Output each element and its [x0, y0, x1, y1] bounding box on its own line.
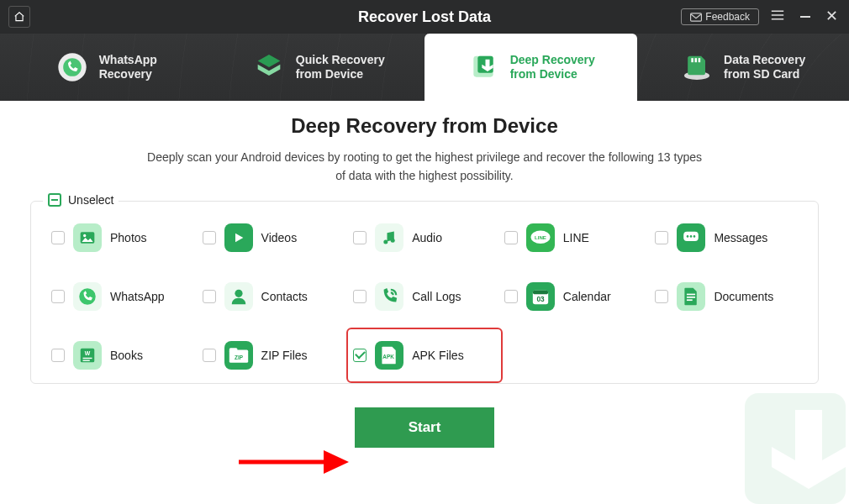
svg-rect-26: [687, 299, 693, 301]
tab-line2: from Device: [296, 67, 385, 82]
item-line[interactable]: LINE LINE: [503, 220, 649, 255]
contacts-icon: [229, 287, 248, 306]
checkbox-messages[interactable]: [655, 231, 668, 244]
tab-line1: Deep Recovery: [510, 53, 595, 68]
svg-text:LINE: LINE: [535, 234, 546, 239]
item-messages[interactable]: Messages: [653, 220, 799, 255]
item-zip-files[interactable]: ZIP ZIP Files: [201, 338, 347, 373]
checkbox-zip-files[interactable]: [203, 349, 216, 362]
svg-text:ZIP: ZIP: [235, 354, 244, 360]
svg-text:APK: APK: [383, 354, 395, 360]
minimize-icon: [799, 9, 811, 21]
panel-legend: Unselect: [43, 193, 119, 207]
menu-button[interactable]: [767, 9, 788, 24]
checkbox-books[interactable]: [51, 349, 65, 362]
checkbox-videos[interactable]: [203, 231, 216, 244]
svg-rect-7: [695, 58, 698, 62]
tab-deep-recovery[interactable]: Deep Recovery from Device: [424, 34, 637, 101]
photos-icon: [79, 229, 96, 246]
checkbox-contacts[interactable]: [203, 290, 216, 303]
checkbox-audio[interactable]: [353, 231, 366, 244]
item-call-logs[interactable]: Call Logs: [351, 279, 498, 314]
checkbox-photos[interactable]: [51, 231, 65, 244]
item-videos[interactable]: Videos: [201, 220, 347, 255]
item-label: Videos: [261, 231, 298, 244]
svg-point-2: [63, 58, 82, 76]
tab-strip: WhatsApp Recovery Quick Recovery from De…: [0, 34, 849, 101]
documents-icon: [683, 287, 699, 306]
data-types-panel: Unselect Photos Videos: [30, 201, 819, 384]
deep-recovery-tab-icon: [467, 48, 500, 87]
svg-rect-25: [687, 297, 695, 298]
item-label: Call Logs: [412, 290, 461, 303]
svg-point-10: [83, 234, 86, 237]
svg-text:03: 03: [536, 295, 545, 302]
home-button[interactable]: [8, 6, 30, 28]
svg-text:W: W: [85, 350, 91, 356]
item-label: Calendar: [563, 290, 611, 303]
tab-line1: Quick Recovery: [296, 53, 385, 68]
item-label: Audio: [412, 231, 442, 244]
close-button[interactable]: [823, 9, 841, 24]
tab-line2: Recovery: [99, 67, 157, 82]
page-heading: Deep Recovery from Device: [30, 114, 819, 138]
item-photos[interactable]: Photos: [50, 220, 196, 255]
svg-rect-6: [691, 58, 693, 62]
sd-card-tab-icon: [680, 48, 714, 87]
svg-point-19: [79, 288, 96, 305]
checkbox-calendar[interactable]: [504, 290, 518, 303]
tab-line2: from Device: [510, 67, 595, 82]
tab-sd-card-recovery[interactable]: Data Recovery from SD Card: [637, 34, 850, 101]
checkbox-documents[interactable]: [655, 290, 668, 303]
checkbox-call-logs[interactable]: [353, 290, 366, 303]
videos-icon: [232, 231, 245, 244]
item-label: WhatsApp: [110, 290, 165, 303]
item-label: Contacts: [261, 290, 308, 303]
item-label: APK Files: [412, 349, 463, 362]
item-whatsapp[interactable]: WhatsApp: [50, 279, 196, 314]
svg-point-16: [687, 235, 689, 238]
mail-icon: [690, 13, 702, 22]
item-books[interactable]: W Books: [50, 338, 196, 373]
svg-point-12: [391, 239, 395, 243]
zip-icon: ZIP: [229, 347, 249, 364]
svg-point-18: [693, 235, 696, 238]
svg-rect-30: [83, 360, 90, 360]
item-documents[interactable]: Documents: [653, 279, 799, 314]
start-button[interactable]: Start: [355, 407, 495, 448]
unselect-all-checkbox[interactable]: [48, 193, 61, 207]
item-audio[interactable]: Audio: [351, 220, 498, 255]
tab-whatsapp-recovery[interactable]: WhatsApp Recovery: [0, 34, 213, 101]
checkbox-whatsapp[interactable]: [51, 290, 65, 303]
svg-rect-24: [687, 293, 695, 295]
item-calendar[interactable]: 03 Calendar: [503, 279, 649, 314]
home-icon: [13, 11, 25, 23]
item-label: LINE: [563, 231, 589, 244]
feedback-button[interactable]: Feedback: [681, 8, 759, 25]
audio-icon: [381, 229, 398, 246]
item-label: Photos: [110, 231, 147, 244]
svg-rect-32: [229, 348, 237, 352]
svg-rect-22: [533, 290, 548, 294]
menu-icon: [771, 9, 784, 21]
main-content: Deep Recovery from Device Deeply scan yo…: [0, 101, 849, 448]
checkbox-apk-files[interactable]: [353, 349, 366, 362]
svg-point-20: [235, 290, 242, 297]
minimize-button[interactable]: [796, 9, 815, 24]
item-label: Books: [110, 349, 143, 362]
titlebar: Recover Lost Data Feedback: [0, 0, 849, 34]
svg-rect-0: [691, 13, 702, 20]
page-subtitle: Deeply scan your Android devices by root…: [147, 148, 702, 186]
whatsapp-icon: [77, 286, 98, 307]
line-icon: LINE: [530, 229, 551, 246]
quick-recovery-tab-icon: [252, 48, 286, 87]
apk-icon: APK: [380, 345, 398, 365]
svg-rect-8: [699, 58, 701, 62]
item-apk-files[interactable]: APK APK Files: [346, 328, 503, 383]
item-contacts[interactable]: Contacts: [201, 279, 347, 314]
data-types-grid: Photos Videos Audio LINE: [50, 220, 799, 373]
svg-point-11: [384, 239, 388, 244]
annotation-arrow: [235, 445, 353, 479]
checkbox-line[interactable]: [504, 231, 518, 244]
tab-quick-recovery[interactable]: Quick Recovery from Device: [213, 34, 425, 101]
